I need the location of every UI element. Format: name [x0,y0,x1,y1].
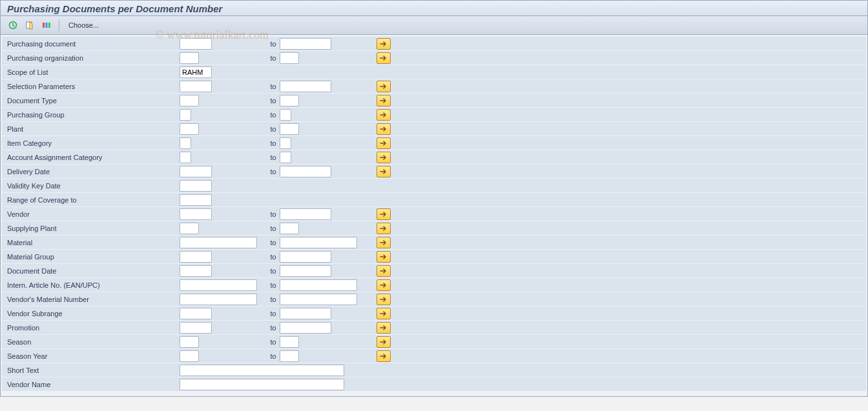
plant-multiple-selection-button[interactable] [377,123,391,135]
purch-group-from-input[interactable] [180,109,191,121]
field-label: Validity Key Date [2,182,180,190]
validity-key-date-from-input[interactable] [180,180,212,192]
acct-assign-cat-multiple-selection-button[interactable] [377,152,391,163]
plant-to-input[interactable] [280,123,299,135]
page-title: Purchasing Documents per Document Number [7,3,861,14]
ean-upc-from-input[interactable] [180,279,257,291]
selection-options-icon[interactable] [39,19,54,32]
to-label: to [267,281,280,289]
delivery-date-from-input[interactable] [180,166,212,177]
doc-date-from-input[interactable] [180,265,212,277]
field-row-validity-key-date: Validity Key Date [2,178,866,192]
material-multiple-selection-button[interactable] [377,237,391,248]
to-label: to [267,154,280,161]
field-label: Purchasing organization [2,54,180,62]
purch-doc-multiple-selection-button[interactable] [377,38,391,50]
field-row-promotion: Promotionto [2,320,866,334]
vendor-subrange-to-input[interactable] [280,308,331,319]
delivery-date-multiple-selection-button[interactable] [377,166,391,177]
sel-params-to-input[interactable] [280,81,331,92]
purch-org-from-input[interactable] [180,52,199,64]
supplying-plant-multiple-selection-button[interactable] [377,223,391,234]
field-label: Document Type [2,97,180,105]
material-to-input[interactable] [280,237,357,248]
material-group-to-input[interactable] [280,251,331,263]
purch-org-multiple-selection-button[interactable] [377,52,391,64]
get-variant-icon[interactable] [23,19,37,32]
choose-button[interactable]: Choose... [65,21,103,29]
arrow-right-icon [380,211,388,217]
svg-rect-2 [43,23,45,28]
purch-doc-from-input[interactable] [180,38,212,50]
acct-assign-cat-to-input[interactable] [280,152,291,163]
vendor-mat-no-from-input[interactable] [180,294,257,305]
short-text-from-input[interactable] [180,365,344,376]
to-label: to [267,83,280,90]
promotion-to-input[interactable] [280,322,331,334]
doc-type-from-input[interactable] [180,95,199,106]
supplying-plant-from-input[interactable] [180,223,199,234]
season-year-from-input[interactable] [180,350,199,362]
item-category-multiple-selection-button[interactable] [377,137,391,149]
vendor-subrange-multiple-selection-button[interactable] [377,308,391,319]
doc-date-to-input[interactable] [280,265,331,277]
field-label: Purchasing document [2,40,180,48]
arrow-right-icon [380,353,388,359]
ean-upc-to-input[interactable] [280,279,357,291]
toolbar: Choose... [1,16,867,35]
plant-from-input[interactable] [180,123,199,135]
item-category-from-input[interactable] [180,137,191,149]
purch-org-to-input[interactable] [280,52,299,64]
vendor-from-input[interactable] [180,208,212,220]
vendor-multiple-selection-button[interactable] [377,208,391,220]
doc-type-multiple-selection-button[interactable] [377,95,391,106]
execute-icon[interactable] [6,19,20,32]
range-coverage-from-input[interactable] [180,194,212,206]
field-row-purch-group: Purchasing Groupto [2,107,866,121]
item-category-to-input[interactable] [280,137,291,149]
ean-upc-multiple-selection-button[interactable] [377,279,391,291]
sel-params-multiple-selection-button[interactable] [377,81,391,92]
promotion-from-input[interactable] [180,322,212,334]
to-label: to [267,239,280,246]
material-from-input[interactable] [180,237,257,248]
season-from-input[interactable] [180,336,199,348]
field-label: Account Assignment Category [2,154,180,161]
season-year-multiple-selection-button[interactable] [377,350,391,362]
season-to-input[interactable] [280,336,299,348]
to-label: to [267,139,280,147]
doc-type-to-input[interactable] [280,95,299,106]
arrow-right-icon [380,41,388,47]
season-multiple-selection-button[interactable] [377,336,391,348]
field-row-scope-list: Scope of List [2,65,866,79]
to-label: to [267,324,280,332]
promotion-multiple-selection-button[interactable] [377,322,391,334]
vendor-name-from-input[interactable] [180,379,344,390]
supplying-plant-to-input[interactable] [280,223,299,234]
field-row-range-coverage: Range of Coverage to [2,192,866,206]
field-row-plant: Plantto [2,121,866,135]
vendor-to-input[interactable] [280,208,331,220]
field-row-short-text: Short Text [2,363,866,377]
purch-doc-to-input[interactable] [280,38,331,50]
arrow-right-icon [380,339,388,345]
doc-date-multiple-selection-button[interactable] [377,265,391,277]
material-group-from-input[interactable] [180,251,212,263]
season-year-to-input[interactable] [280,350,299,362]
vendor-subrange-from-input[interactable] [180,308,212,319]
arrow-right-icon [380,97,388,104]
field-label: Delivery Date [2,168,180,175]
vendor-mat-no-multiple-selection-button[interactable] [377,294,391,305]
field-row-vendor-name: Vendor Name [2,377,866,391]
purch-group-multiple-selection-button[interactable] [377,109,391,121]
purch-group-to-input[interactable] [280,109,291,121]
material-group-multiple-selection-button[interactable] [377,251,391,263]
sel-params-from-input[interactable] [180,81,212,92]
field-row-item-category: Item Categoryto [2,135,866,150]
to-label: to [267,267,280,275]
acct-assign-cat-from-input[interactable] [180,152,191,163]
vendor-mat-no-to-input[interactable] [280,294,357,305]
scope-list-from-input[interactable] [180,66,212,78]
selection-form: Purchasing documenttoPurchasing organiza… [1,35,867,396]
delivery-date-to-input[interactable] [280,166,331,177]
